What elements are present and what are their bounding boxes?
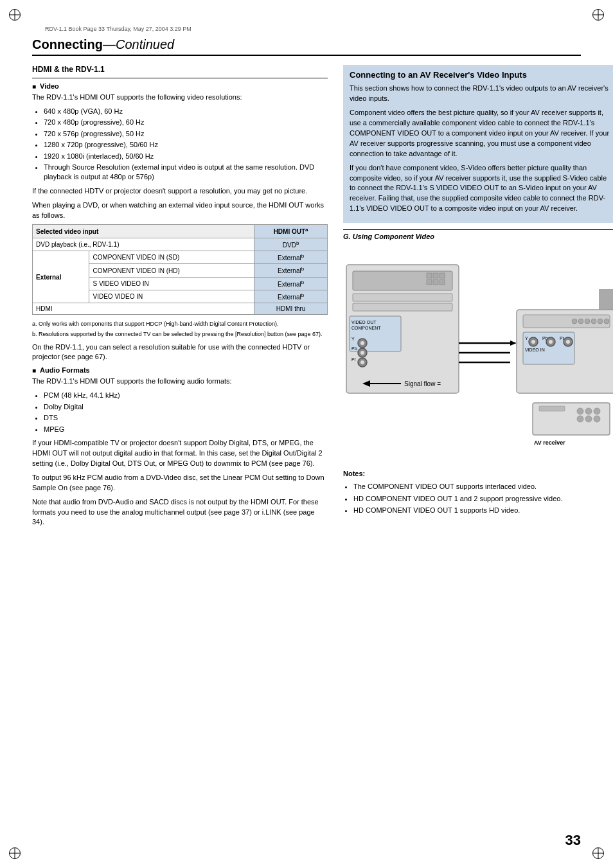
note-item-2: HD COMPONENT VIDEO OUT 1 and 2 support p… [353,494,613,504]
book-info: RDV-1.1 Book Page 33 Thursday, May 27, 2… [32,26,581,32]
page: RDV-1.1 Book Page 33 Thursday, May 27, 2… [0,0,613,868]
audio-para3: Note that audio from DVD-Audio and SACD … [32,497,328,528]
video-para1: If the connected HDTV or projector doesn… [32,186,328,197]
list-item: 1280 x 720p (progressive), 50/60 Hz [44,140,328,150]
audio-formats-list: PCM (48 kHz, 44.1 kHz) Dolby Digital DTS… [44,391,328,434]
table-row-external-sd: External COMPONENT VIDEO IN (SD) Externa… [33,251,328,264]
ext-row-4-label: VIDEO VIDEO IN [89,290,254,303]
title-text: Connecting [32,37,103,51]
hdmi-row-label: HDMI [33,303,254,315]
svg-text:VIDEO OUT: VIDEO OUT [351,320,377,324]
note-item-1: The COMPONENT VIDEO OUT supports interla… [353,482,613,492]
svg-point-40 [549,340,553,344]
svg-point-49 [577,408,583,414]
svg-point-48 [585,408,592,414]
svg-rect-27 [523,315,610,328]
list-item: Through Source Resolution (external inpu… [44,163,328,182]
svg-point-51 [585,416,592,422]
audio-para2: To output 96 kHz PCM audio from a DVD-Vi… [32,473,328,493]
diagram-svg: VIDEO OUT COMPONENT Y Pb Pr [343,245,613,457]
hdmi-row-value: HDMI thru [254,303,328,315]
av-receiver-box-title: Connecting to an AV Receiver's Video Inp… [350,70,613,80]
svg-rect-8 [433,279,438,285]
svg-text:Y: Y [351,337,355,341]
svg-rect-7 [427,279,432,285]
footnote-b: b. Resolutions supported by the connecte… [32,330,328,339]
svg-rect-9 [440,279,445,285]
svg-point-31 [591,319,596,324]
box-para-2: Component video offers the best picture … [350,108,613,159]
svg-rect-3 [353,303,452,311]
svg-text:Y: Y [525,336,528,341]
svg-point-15 [360,341,364,345]
svg-point-47 [594,408,600,414]
list-item: Dolby Digital [44,402,328,412]
ext-row-2-label: COMPONENT VIDEO IN (HD) [89,264,254,277]
list-item: 720 x 576p (progressive), 50 Hz [44,129,328,139]
table-row-hdmi: HDMI HDMI thru [33,303,328,315]
svg-point-50 [594,416,600,422]
box-para-3: If you don't have component video, S-Vid… [350,163,613,215]
video-para2: When playing a DVD, or when watching an … [32,200,328,221]
video-resolutions-list: 640 x 480p (VGA), 60 Hz 720 x 480p (prog… [44,107,328,182]
corner-mark-bl [9,847,21,859]
main-title: Connecting—Continued [32,37,581,56]
ext-row-4-value: Externalb [254,290,328,303]
svg-point-30 [585,319,590,324]
g-section-heading: G. Using Component Video [343,229,613,240]
audio-para1: If your HDMI-compatible TV or projector … [32,438,328,469]
svg-point-18 [360,351,364,355]
ext-row-1-value: Externalb [254,251,328,264]
svg-point-52 [577,416,583,422]
audio-subheading: Audio Formats [32,366,328,374]
footnote-a: a. Only works with components that suppo… [32,320,328,328]
svg-point-32 [598,319,603,324]
notes-title: Notes: [343,469,613,479]
resolution-para: On the RDV-1.1, you can select a resolut… [32,342,328,363]
table-footnotes: a. Only works with components that suppo… [32,320,328,338]
svg-text:AV receiver: AV receiver [534,439,565,446]
svg-point-29 [578,319,583,324]
left-column: HDMI & the RDV-1.1 Video The RDV-1.1's H… [32,65,328,531]
list-item: DTS [44,413,328,423]
hdmi-section-heading: HDMI & the RDV-1.1 [32,65,328,74]
svg-rect-5 [433,273,438,278]
svg-rect-46 [539,406,565,411]
list-item: 640 x 480p (VGA), 60 Hz [44,107,328,116]
ext-row-2-value: Externalb [254,264,328,277]
svg-marker-23 [510,341,517,346]
video-subheading: Video [32,82,328,90]
page-number: 33 [565,832,581,849]
notes-list: The COMPONENT VIDEO OUT supports interla… [353,482,613,515]
corner-mark-br [592,847,604,859]
svg-point-33 [604,319,609,324]
list-item: 1920 x 1080i (interlaced), 50/60 Hz [44,152,328,161]
video-intro: The RDV-1.1's HDMI OUT supports the foll… [32,93,328,103]
ext-row-1-label: COMPONENT VIDEO IN (SD) [89,251,254,264]
svg-rect-6 [440,273,445,278]
svg-rect-4 [427,273,432,278]
corner-mark-tr [592,9,604,21]
table-col2-header: HDMI OUTa [254,225,328,238]
table-row-dvd: DVD playback (i.e., RDV-1.1) DVDb [33,238,328,251]
svg-point-43 [566,340,570,344]
av-receiver-box: Connecting to an AV Receiver's Video Inp… [343,65,613,223]
list-item: 720 x 480p (progressive), 60 Hz [44,118,328,127]
notes-section: Notes: The COMPONENT VIDEO OUT supports … [343,469,613,515]
hdmi-table: Selected video input HDMI OUTa DVD playb… [32,224,328,315]
component-video-diagram: VIDEO OUT COMPONENT Y Pb Pr [343,245,613,464]
svg-point-21 [360,360,364,364]
svg-text:Signal flow =: Signal flow = [404,380,441,387]
external-label: External [33,251,89,303]
box-para-1: This section shows how to connect the RD… [350,84,613,104]
ext-row-3-label: S VIDEO VIDEO IN [89,277,254,290]
svg-text:VIDEO IN: VIDEO IN [525,348,545,352]
two-column-layout: HDMI & the RDV-1.1 Video The RDV-1.1's H… [32,65,581,531]
list-item: PCM (48 kHz, 44.1 kHz) [44,391,328,400]
table-col1-header: Selected video input [33,225,254,238]
svg-text:Pb: Pb [351,346,357,351]
continued-text: —Continued [103,37,174,51]
note-item-3: HD COMPONENT VIDEO OUT 1 supports HD vid… [353,506,613,515]
dvd-row-label: DVD playback (i.e., RDV-1.1) [33,238,254,251]
svg-text:COMPONENT: COMPONENT [351,326,381,330]
